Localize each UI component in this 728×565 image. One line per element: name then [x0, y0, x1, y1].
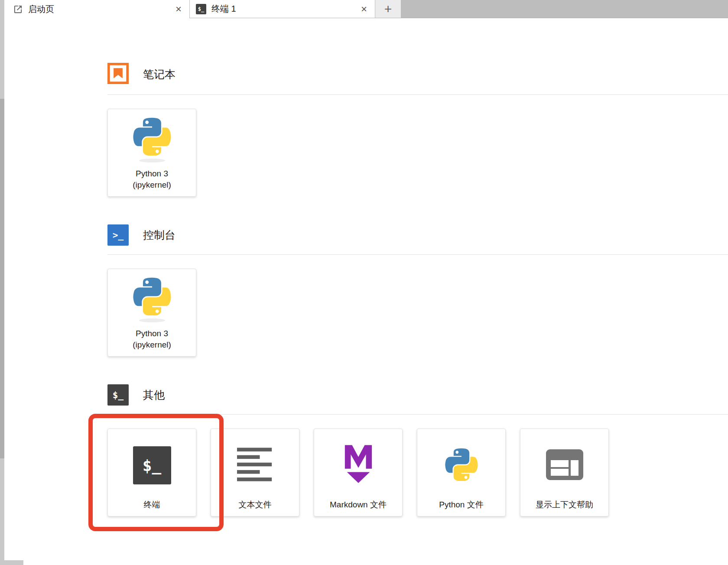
section-console-header: >_ 控制台 [107, 224, 728, 246]
card-markdown-file[interactable]: Markdown 文件 [314, 429, 403, 516]
tab-terminal-1[interactable]: $_ 终端 1 × [189, 0, 375, 18]
logo-shadow [139, 318, 165, 322]
section-divider [107, 94, 728, 95]
section-notebook-header: 笔记本 [107, 63, 728, 86]
scrollbar-thumb[interactable] [0, 99, 4, 458]
python-logo-icon [445, 448, 478, 483]
card-terminal[interactable]: $_ 终端 [107, 429, 196, 516]
card-label: Python 文件 [439, 499, 483, 510]
section-title: 笔记本 [143, 67, 176, 81]
left-scrollbar[interactable] [0, 0, 4, 565]
scrollbar-corner [0, 560, 23, 565]
card-python-file[interactable]: Python 文件 [417, 429, 506, 516]
python-logo-icon [133, 117, 171, 157]
markdown-icon [342, 445, 374, 486]
text-file-icon [237, 448, 273, 483]
card-contextual-help[interactable]: 显示上下文帮助 [520, 429, 609, 516]
console-icon: >_ [107, 224, 129, 246]
terminal-icon: $_ [107, 384, 129, 406]
terminal-icon: $_ [133, 446, 171, 484]
section-console: >_ 控制台 Python 3 (ipykernel) [107, 224, 728, 357]
card-console-python3[interactable]: Python 3 (ipykernel) [107, 269, 196, 357]
launcher-icon [13, 4, 23, 14]
card-label: Markdown 文件 [330, 499, 387, 510]
close-icon[interactable]: × [361, 4, 367, 14]
card-label: Python 3 (ipykernel) [133, 168, 171, 191]
section-title: 控制台 [143, 228, 176, 242]
card-label: 终端 [144, 499, 160, 510]
card-label: Python 3 (ipykernel) [133, 328, 171, 351]
tab-bar-filler [401, 0, 728, 18]
tab-terminal-label: 终端 1 [211, 3, 236, 15]
section-other-header: $_ 其他 [107, 384, 728, 406]
card-notebook-python3[interactable]: Python 3 (ipykernel) [107, 109, 196, 197]
tab-launcher[interactable]: 启动页 × [4, 0, 189, 18]
close-icon[interactable]: × [176, 4, 182, 14]
section-divider [107, 254, 728, 255]
contextual-help-icon [546, 449, 583, 482]
notebook-icon [107, 63, 129, 86]
terminal-icon: $_ [196, 4, 206, 14]
card-text-file[interactable]: 文本文件 [211, 429, 299, 516]
tab-bar: 启动页 × $_ 终端 1 × + [0, 0, 728, 18]
section-title: 其他 [143, 388, 165, 402]
section-divider [107, 414, 728, 415]
section-notebook: 笔记本 Python 3 (ipykernel) [107, 63, 728, 197]
tab-launcher-label: 启动页 [28, 3, 54, 15]
card-label: 显示上下文帮助 [536, 499, 593, 510]
card-label: 文本文件 [239, 499, 272, 510]
python-logo-icon [133, 277, 171, 317]
section-other: $_ 其他 $_ 终端 [107, 384, 728, 516]
launcher-panel: 笔记本 Python 3 (ipykernel) [0, 18, 728, 516]
logo-shadow [139, 159, 165, 162]
new-tab-button[interactable]: + [375, 0, 401, 18]
